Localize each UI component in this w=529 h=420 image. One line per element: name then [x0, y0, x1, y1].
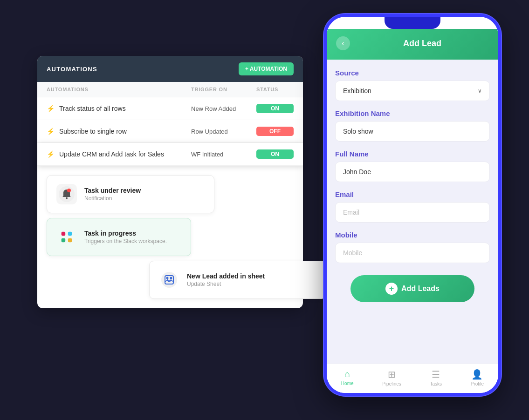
notification-card-title: Task under review [84, 187, 141, 194]
svg-point-1 [66, 197, 68, 199]
nav-label-home: Home [341, 381, 354, 386]
mobile-field-group: Mobile Mobile [335, 231, 490, 263]
automations-header: AUTOMATIONS + AUTOMATION [37, 56, 303, 82]
tasks-icon: ☰ [432, 369, 440, 380]
nav-item-profile[interactable]: 👤 Profile [471, 369, 484, 386]
row-name-1: ⚡ Track status of all rows [47, 105, 191, 112]
sheet-icon [161, 271, 178, 288]
notification-card: Task under review Notification [47, 175, 214, 213]
profile-icon: 👤 [471, 369, 483, 380]
back-button[interactable]: ‹ [336, 36, 350, 50]
trigger-text-2: Row Updated [191, 128, 256, 135]
home-icon: ⌂ [344, 369, 350, 379]
sheet-card: New Lead added in sheet Update Sheet [149, 261, 326, 299]
sheet-card-title: New Lead added in sheet [187, 272, 265, 280]
sheet-card-subtitle: Update Sheet [187, 281, 265, 287]
phone-notch [385, 17, 440, 29]
mobile-placeholder: Mobile [343, 249, 362, 257]
notification-card-subtitle: Notification [84, 195, 141, 202]
phone-title: Add Lead [356, 39, 489, 48]
source-dropdown[interactable]: Exhibition ∨ [335, 81, 490, 101]
svg-point-7 [161, 272, 177, 288]
pipelines-icon: ⊞ [388, 369, 396, 380]
email-label: Email [335, 190, 490, 198]
row-name-2: ⚡ Subscribe to single row [47, 128, 191, 135]
full-name-field-group: Full Name John Doe [335, 150, 490, 182]
nav-label-pipelines: Pipelines [382, 381, 401, 386]
add-leads-label: Add Leads [401, 285, 440, 293]
table-row[interactable]: ⚡ Subscribe to single row Row Updated OF… [37, 120, 303, 143]
add-automation-button[interactable]: + AUTOMATION [239, 62, 294, 75]
exhibition-name-value: Solo show [343, 128, 373, 135]
email-placeholder: Email [343, 209, 359, 216]
trigger-text-1: New Row Added [191, 105, 256, 112]
lightning-icon: ⚡ [47, 105, 55, 112]
email-field-group: Email Email [335, 190, 490, 223]
exhibition-name-label: Exhibition Name [335, 109, 490, 117]
nav-label-profile: Profile [471, 381, 484, 386]
status-badge-3: ON [256, 149, 294, 159]
back-icon: ‹ [342, 39, 344, 47]
workflow-cards: Task under review Notification Task in p… [37, 166, 303, 308]
col-status: STATUS [256, 87, 294, 92]
nav-item-tasks[interactable]: ☰ Tasks [430, 369, 442, 386]
slack-card: Task in progress Triggers on the Slack w… [47, 218, 191, 256]
notification-card-content: Task under review Notification [84, 187, 141, 202]
source-field-group: Source Exhibition ∨ [335, 69, 490, 101]
sheet-icon-wrap [159, 270, 179, 290]
phone-screen: ‹ Add Lead Source Exhibition ∨ Exhibitio… [327, 29, 498, 393]
phone-form-content: Source Exhibition ∨ Exhibition Name Solo… [327, 60, 498, 364]
svg-rect-3 [62, 232, 65, 236]
col-automations: AUTOMATIONS [47, 87, 191, 92]
trigger-text-3: WF Initiated [191, 151, 256, 158]
source-label: Source [335, 69, 490, 77]
svg-point-2 [67, 189, 71, 192]
mobile-label: Mobile [335, 231, 490, 239]
status-badge-2: OFF [256, 127, 294, 136]
nav-label-tasks: Tasks [430, 381, 442, 386]
table-row[interactable]: ⚡ Track status of all rows New Row Added… [37, 97, 303, 120]
slack-card-content: Task in progress Triggers on the Slack w… [84, 230, 167, 244]
full-name-value: John Doe [343, 168, 371, 176]
exhibition-name-field-group: Exhibition Name Solo show [335, 109, 490, 142]
plus-icon: + [385, 283, 398, 295]
automations-panel: AUTOMATIONS + AUTOMATION AUTOMATIONS TRI… [37, 56, 303, 308]
full-name-label: Full Name [335, 150, 490, 158]
slack-icon-wrap [56, 227, 77, 247]
slack-card-title: Task in progress [84, 230, 167, 237]
phone-header: ‹ Add Lead [327, 29, 498, 60]
add-leads-button[interactable]: + Add Leads [350, 275, 474, 302]
table-header: AUTOMATIONS TRIGGER ON STATUS [37, 82, 303, 97]
chevron-down-icon: ∨ [478, 88, 482, 94]
email-input[interactable]: Email [335, 202, 490, 223]
nav-item-home[interactable]: ⌂ Home [341, 369, 354, 386]
nav-item-pipelines[interactable]: ⊞ Pipelines [382, 369, 401, 386]
status-badge-1: ON [256, 104, 294, 113]
slack-card-subtitle: Triggers on the Slack workspace. [84, 238, 167, 244]
svg-rect-5 [62, 238, 65, 242]
phone-bottom-nav: ⌂ Home ⊞ Pipelines ☰ Tasks 👤 Profile [327, 364, 498, 393]
col-trigger-on: TRIGGER ON [191, 87, 256, 92]
lightning-icon: ⚡ [47, 128, 55, 135]
row-name-3: ⚡ Update CRM and Add task for Sales [47, 150, 191, 158]
table-row-highlighted[interactable]: ⚡ Update CRM and Add task for Sales WF I… [37, 143, 303, 166]
svg-rect-4 [68, 232, 72, 236]
svg-rect-6 [68, 238, 72, 242]
sheet-card-content: New Lead added in sheet Update Sheet [187, 272, 265, 287]
lightning-icon: ⚡ [47, 150, 55, 158]
full-name-input[interactable]: John Doe [335, 162, 490, 182]
phone-frame: ‹ Add Lead Source Exhibition ∨ Exhibitio… [324, 14, 501, 396]
exhibition-name-input[interactable]: Solo show [335, 121, 490, 142]
notification-icon-wrap [56, 184, 77, 204]
automations-title: AUTOMATIONS [47, 66, 97, 73]
mobile-input[interactable]: Mobile [335, 243, 490, 263]
slack-icon [59, 230, 74, 244]
source-value: Exhibition [343, 87, 371, 95]
bell-icon [58, 186, 75, 203]
